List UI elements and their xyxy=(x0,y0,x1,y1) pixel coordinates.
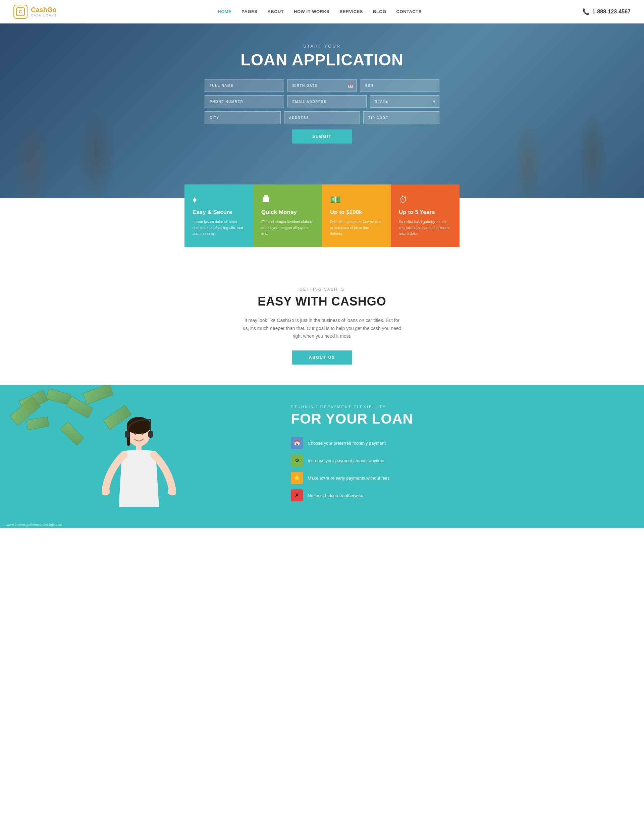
footer-note: www.themesgo/themeandvillage.com xyxy=(0,521,644,528)
cashgo-section: GETTING CASH IS EASY WITH CASHGO It may … xyxy=(0,260,644,384)
features-section: ♦ Easy & Secure Lorem ipsum dolor sit am… xyxy=(184,184,460,247)
logo-icon: C xyxy=(14,5,28,19)
hero-content: START YOUR LOAN APPLICATION 📅 STATE ▼ xyxy=(205,44,439,144)
phone-number: 1-888-123-4567 xyxy=(592,9,630,15)
nav-contacts[interactable]: CONTACTS xyxy=(396,9,422,14)
zip-input[interactable] xyxy=(363,111,439,124)
full-name-input[interactable] xyxy=(205,79,284,92)
city-input[interactable] xyxy=(205,111,281,124)
svg-rect-13 xyxy=(148,431,153,438)
state-wrapper: STATE ▼ xyxy=(370,95,439,108)
feature-icon-0: ♦ xyxy=(193,195,245,205)
logo-text: CashGo CASH LOANS xyxy=(31,6,57,17)
repayment-section: STUNNING REPAYMENT FLEXIBILITY FOR YOUR … xyxy=(0,384,644,521)
rep-icon-0: 📅 xyxy=(291,437,303,449)
hero-section: START YOUR LOAN APPLICATION 📅 STATE ▼ xyxy=(0,23,644,198)
repayment-right: STUNNING REPAYMENT FLEXIBILITY FOR YOUR … xyxy=(278,384,644,521)
rep-feature-2: ⭐ Make extra or early payments without f… xyxy=(291,472,624,484)
calendar-icon: 📅 xyxy=(348,83,353,88)
repayment-title: FOR YOUR LOAN xyxy=(291,411,624,427)
phone-input[interactable] xyxy=(205,95,284,108)
submit-row: SUBMIT xyxy=(205,129,439,144)
birth-date-input[interactable] xyxy=(287,79,357,92)
rep-icon-1: ⚙ xyxy=(291,455,303,467)
rep-text-3: No fees, hidden or otherwise xyxy=(308,493,363,498)
repayment-features: 📅 Choose your preferred monthly payment … xyxy=(291,437,624,501)
select-arrow-icon: ▼ xyxy=(432,99,436,104)
form-row-3 xyxy=(205,111,439,124)
feature-title-3: Up to 5 Years xyxy=(399,209,451,216)
feature-desc-0: Lorem ipsum dolor sit amet consetetur sa… xyxy=(193,219,245,237)
nav-blog[interactable]: BLOG xyxy=(373,9,386,14)
nav-pages[interactable]: PAGES xyxy=(241,9,257,14)
hero-title: LOAN APPLICATION xyxy=(205,51,439,69)
state-select[interactable]: STATE xyxy=(370,95,439,108)
phone-area: 📞 1-888-123-4567 xyxy=(582,8,630,15)
nav-how-it-works[interactable]: HOW IT WORKS xyxy=(294,9,330,14)
main-nav: HOME PAGES ABOUT HOW IT WORKS SERVICES B… xyxy=(218,9,422,14)
feature-desc-1: Einmod tempor invidunt ulabore et dolhyo… xyxy=(261,219,314,237)
feature-card-0: ♦ Easy & Secure Lorem ipsum dolor sit am… xyxy=(184,184,253,247)
svg-text:C: C xyxy=(19,9,22,14)
repayment-left xyxy=(0,384,278,521)
feature-desc-2: Deit diam voluptua. At vero eos et accus… xyxy=(330,219,383,237)
form-row-2: STATE ▼ xyxy=(205,95,439,108)
rep-icon-3: ✗ xyxy=(291,489,303,501)
rep-icon-2: ⭐ xyxy=(291,472,303,484)
logo[interactable]: C CashGo CASH LOANS xyxy=(14,5,57,19)
svg-rect-12 xyxy=(125,431,129,438)
svg-point-15 xyxy=(141,433,143,435)
feature-desc-3: Stet clita kasd gubergren, no sea takima… xyxy=(399,219,451,237)
loan-form: 📅 STATE ▼ SUBMIT xyxy=(205,79,439,144)
ssn-input[interactable] xyxy=(360,79,439,92)
feature-card-2: 💵 Up to $100k Deit diam voluptua. At ver… xyxy=(322,184,391,247)
logo-sub: CASH LOANS xyxy=(31,14,57,17)
person-figure xyxy=(102,413,176,521)
rep-feature-1: ⚙ Increase your payment amount anytime xyxy=(291,455,624,467)
svg-point-14 xyxy=(135,433,136,435)
submit-button[interactable]: SUBMIT xyxy=(292,129,352,144)
address-input[interactable] xyxy=(284,111,360,124)
logo-name: CashGo xyxy=(31,6,57,14)
about-us-button[interactable]: ABOUT US xyxy=(292,351,352,365)
cashgo-desc: It may look like CashGo is just in the b… xyxy=(241,317,403,340)
feature-icon-1 xyxy=(261,195,314,205)
cashgo-subtitle: GETTING CASH IS xyxy=(14,287,630,292)
rep-text-2: Make extra or early payments without fee… xyxy=(308,476,389,481)
feature-title-0: Easy & Secure xyxy=(193,209,245,216)
svg-rect-5 xyxy=(267,195,268,196)
feature-card-1: Quick Money Einmod tempor invidunt ulabo… xyxy=(253,184,322,247)
feature-card-3: ⏱ Up to 5 Years Stet clita kasd gubergre… xyxy=(391,184,460,247)
rep-feature-0: 📅 Choose your preferred monthly payment xyxy=(291,437,624,449)
rep-text-1: Increase your payment amount anytime xyxy=(308,458,384,463)
rep-text-0: Choose your preferred monthly payment xyxy=(308,441,386,446)
nav-services[interactable]: SERVICES xyxy=(339,9,363,14)
feature-title-2: Up to $100k xyxy=(330,209,383,216)
nav-home[interactable]: HOME xyxy=(218,9,232,14)
form-row-1: 📅 xyxy=(205,79,439,92)
nav-about[interactable]: ABOUT xyxy=(267,9,284,14)
phone-icon: 📞 xyxy=(582,8,590,15)
email-input[interactable] xyxy=(287,95,367,108)
repayment-subtitle: STUNNING REPAYMENT FLEXIBILITY xyxy=(291,405,624,409)
hero-subtitle: START YOUR xyxy=(205,44,439,49)
site-header: C CashGo CASH LOANS HOME PAGES ABOUT HOW… xyxy=(0,0,644,23)
feature-title-1: Quick Money xyxy=(261,209,314,216)
svg-rect-4 xyxy=(264,195,265,196)
birth-date-wrapper: 📅 xyxy=(287,79,357,92)
feature-icon-2: 💵 xyxy=(330,195,383,205)
cashgo-title: EASY WITH CASHGO xyxy=(14,294,630,309)
feature-icon-3: ⏱ xyxy=(399,195,451,205)
rep-feature-3: ✗ No fees, hidden or otherwise xyxy=(291,489,624,501)
